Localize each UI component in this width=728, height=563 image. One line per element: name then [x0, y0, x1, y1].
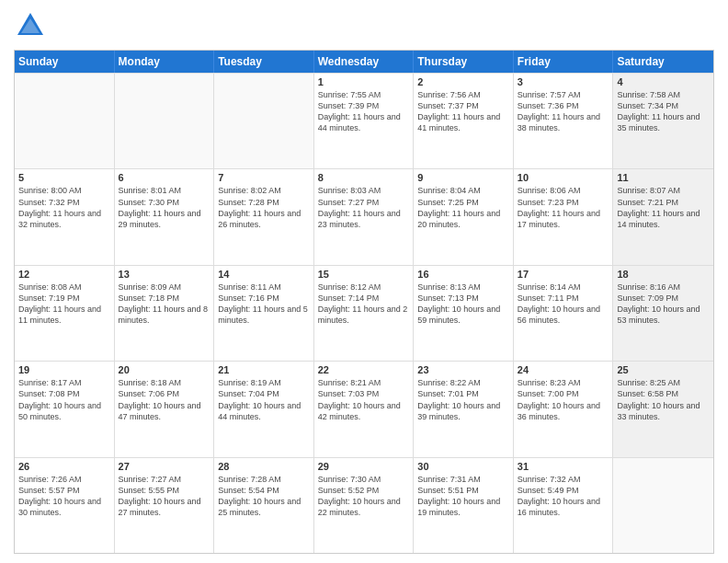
weekday-header-monday: Monday: [115, 51, 215, 73]
week-row-4: 26Sunrise: 7:26 AM Sunset: 5:57 PM Dayli…: [15, 457, 713, 553]
day-number: 11: [617, 172, 710, 183]
calendar-body: 1Sunrise: 7:55 AM Sunset: 7:39 PM Daylig…: [15, 73, 713, 553]
week-row-2: 12Sunrise: 8:08 AM Sunset: 7:19 PM Dayli…: [15, 265, 713, 361]
day-number: 17: [518, 269, 609, 280]
cal-cell-3-5: 24Sunrise: 8:23 AM Sunset: 7:00 PM Dayli…: [514, 362, 614, 456]
day-number: 22: [318, 364, 410, 375]
day-info: Sunrise: 7:58 AM Sunset: 7:34 PM Dayligh…: [617, 89, 710, 134]
day-info: Sunrise: 8:23 AM Sunset: 7:00 PM Dayligh…: [518, 377, 609, 422]
cal-cell-2-4: 16Sunrise: 8:13 AM Sunset: 7:13 PM Dayli…: [414, 266, 514, 361]
day-info: Sunrise: 8:21 AM Sunset: 7:03 PM Dayligh…: [318, 377, 410, 422]
day-info: Sunrise: 7:32 AM Sunset: 5:49 PM Dayligh…: [518, 474, 609, 519]
day-number: 27: [119, 461, 210, 472]
cal-cell-0-4: 2Sunrise: 7:56 AM Sunset: 7:37 PM Daylig…: [414, 74, 514, 168]
day-number: 25: [617, 364, 710, 375]
day-info: Sunrise: 8:22 AM Sunset: 7:01 PM Dayligh…: [417, 377, 509, 422]
day-info: Sunrise: 8:04 AM Sunset: 7:25 PM Dayligh…: [417, 185, 509, 230]
cal-cell-2-3: 15Sunrise: 8:12 AM Sunset: 7:14 PM Dayli…: [314, 266, 415, 361]
weekday-header-wednesday: Wednesday: [314, 51, 415, 73]
cal-cell-3-4: 23Sunrise: 8:22 AM Sunset: 7:01 PM Dayli…: [414, 362, 514, 456]
cal-cell-1-2: 7Sunrise: 8:02 AM Sunset: 7:28 PM Daylig…: [214, 169, 314, 264]
logo: [14, 9, 51, 42]
day-info: Sunrise: 8:00 AM Sunset: 7:32 PM Dayligh…: [18, 185, 110, 230]
day-info: Sunrise: 8:11 AM Sunset: 7:16 PM Dayligh…: [218, 282, 310, 327]
weekday-header-friday: Friday: [514, 51, 614, 73]
week-row-0: 1Sunrise: 7:55 AM Sunset: 7:39 PM Daylig…: [15, 73, 713, 168]
day-info: Sunrise: 8:01 AM Sunset: 7:30 PM Dayligh…: [119, 185, 210, 230]
day-number: 1: [318, 76, 410, 87]
cal-cell-3-1: 20Sunrise: 8:18 AM Sunset: 7:06 PM Dayli…: [115, 362, 215, 456]
weekday-header-thursday: Thursday: [414, 51, 514, 73]
day-number: 31: [518, 461, 609, 472]
cal-cell-1-6: 11Sunrise: 8:07 AM Sunset: 7:21 PM Dayli…: [613, 169, 713, 264]
day-number: 5: [18, 172, 110, 183]
day-info: Sunrise: 8:07 AM Sunset: 7:21 PM Dayligh…: [617, 185, 710, 230]
day-info: Sunrise: 7:55 AM Sunset: 7:39 PM Dayligh…: [318, 89, 410, 134]
weekday-header-saturday: Saturday: [613, 51, 713, 73]
page: SundayMondayTuesdayWednesdayThursdayFrid…: [0, 0, 728, 563]
day-number: 24: [518, 364, 609, 375]
cal-cell-1-5: 10Sunrise: 8:06 AM Sunset: 7:23 PM Dayli…: [514, 169, 614, 264]
day-number: 23: [417, 364, 509, 375]
day-number: 6: [119, 172, 210, 183]
cal-cell-0-6: 4Sunrise: 7:58 AM Sunset: 7:34 PM Daylig…: [613, 74, 713, 168]
day-info: Sunrise: 8:16 AM Sunset: 7:09 PM Dayligh…: [617, 282, 710, 327]
cal-cell-4-0: 26Sunrise: 7:26 AM Sunset: 5:57 PM Dayli…: [15, 458, 115, 553]
cal-cell-2-0: 12Sunrise: 8:08 AM Sunset: 7:19 PM Dayli…: [15, 266, 115, 361]
calendar-header: SundayMondayTuesdayWednesdayThursdayFrid…: [15, 51, 713, 73]
day-info: Sunrise: 8:08 AM Sunset: 7:19 PM Dayligh…: [18, 282, 110, 327]
day-info: Sunrise: 8:25 AM Sunset: 6:58 PM Dayligh…: [617, 377, 710, 422]
day-info: Sunrise: 8:09 AM Sunset: 7:18 PM Dayligh…: [119, 282, 210, 327]
logo-icon: [14, 9, 47, 42]
cal-cell-3-3: 22Sunrise: 8:21 AM Sunset: 7:03 PM Dayli…: [314, 362, 415, 456]
day-info: Sunrise: 8:12 AM Sunset: 7:14 PM Dayligh…: [318, 282, 410, 327]
cal-cell-0-3: 1Sunrise: 7:55 AM Sunset: 7:39 PM Daylig…: [314, 74, 415, 168]
day-info: Sunrise: 7:28 AM Sunset: 5:54 PM Dayligh…: [218, 474, 310, 519]
cal-cell-2-1: 13Sunrise: 8:09 AM Sunset: 7:18 PM Dayli…: [115, 266, 215, 361]
weekday-header-tuesday: Tuesday: [214, 51, 314, 73]
cal-cell-2-2: 14Sunrise: 8:11 AM Sunset: 7:16 PM Dayli…: [214, 266, 314, 361]
day-number: 13: [119, 269, 210, 280]
cal-cell-1-4: 9Sunrise: 8:04 AM Sunset: 7:25 PM Daylig…: [414, 169, 514, 264]
day-number: 3: [518, 76, 609, 87]
cal-cell-1-0: 5Sunrise: 8:00 AM Sunset: 7:32 PM Daylig…: [15, 169, 115, 264]
day-info: Sunrise: 8:18 AM Sunset: 7:06 PM Dayligh…: [119, 377, 210, 422]
day-info: Sunrise: 8:13 AM Sunset: 7:13 PM Dayligh…: [417, 282, 509, 327]
cal-cell-4-1: 27Sunrise: 7:27 AM Sunset: 5:55 PM Dayli…: [115, 458, 215, 553]
day-info: Sunrise: 7:31 AM Sunset: 5:51 PM Dayligh…: [417, 474, 509, 519]
cal-cell-0-5: 3Sunrise: 7:57 AM Sunset: 7:36 PM Daylig…: [514, 74, 614, 168]
cal-cell-2-6: 18Sunrise: 8:16 AM Sunset: 7:09 PM Dayli…: [613, 266, 713, 361]
day-number: 4: [617, 76, 710, 87]
day-info: Sunrise: 8:14 AM Sunset: 7:11 PM Dayligh…: [518, 282, 609, 327]
cal-cell-3-6: 25Sunrise: 8:25 AM Sunset: 6:58 PM Dayli…: [613, 362, 713, 456]
day-info: Sunrise: 8:06 AM Sunset: 7:23 PM Dayligh…: [518, 185, 609, 230]
day-info: Sunrise: 8:17 AM Sunset: 7:08 PM Dayligh…: [18, 377, 110, 422]
day-number: 26: [18, 461, 110, 472]
cal-cell-4-3: 29Sunrise: 7:30 AM Sunset: 5:52 PM Dayli…: [314, 458, 415, 553]
cal-cell-1-3: 8Sunrise: 8:03 AM Sunset: 7:27 PM Daylig…: [314, 169, 415, 264]
cal-cell-0-2: [214, 74, 314, 168]
day-info: Sunrise: 7:57 AM Sunset: 7:36 PM Dayligh…: [518, 89, 609, 134]
cal-cell-4-5: 31Sunrise: 7:32 AM Sunset: 5:49 PM Dayli…: [514, 458, 614, 553]
day-info: Sunrise: 7:26 AM Sunset: 5:57 PM Dayligh…: [18, 474, 110, 519]
day-number: 9: [417, 172, 509, 183]
day-info: Sunrise: 8:19 AM Sunset: 7:04 PM Dayligh…: [218, 377, 310, 422]
day-number: 14: [218, 269, 310, 280]
day-number: 30: [417, 461, 509, 472]
day-info: Sunrise: 8:02 AM Sunset: 7:28 PM Dayligh…: [218, 185, 310, 230]
day-number: 8: [318, 172, 410, 183]
weekday-header-sunday: Sunday: [15, 51, 115, 73]
day-number: 12: [18, 269, 110, 280]
cal-cell-3-0: 19Sunrise: 8:17 AM Sunset: 7:08 PM Dayli…: [15, 362, 115, 456]
day-number: 18: [617, 269, 710, 280]
day-info: Sunrise: 7:27 AM Sunset: 5:55 PM Dayligh…: [119, 474, 210, 519]
day-number: 21: [218, 364, 310, 375]
day-number: 16: [417, 269, 509, 280]
cal-cell-4-4: 30Sunrise: 7:31 AM Sunset: 5:51 PM Dayli…: [414, 458, 514, 553]
cal-cell-4-2: 28Sunrise: 7:28 AM Sunset: 5:54 PM Dayli…: [214, 458, 314, 553]
day-number: 15: [318, 269, 410, 280]
cal-cell-0-0: [15, 74, 115, 168]
day-number: 10: [518, 172, 609, 183]
cal-cell-3-2: 21Sunrise: 8:19 AM Sunset: 7:04 PM Dayli…: [214, 362, 314, 456]
cal-cell-2-5: 17Sunrise: 8:14 AM Sunset: 7:11 PM Dayli…: [514, 266, 614, 361]
